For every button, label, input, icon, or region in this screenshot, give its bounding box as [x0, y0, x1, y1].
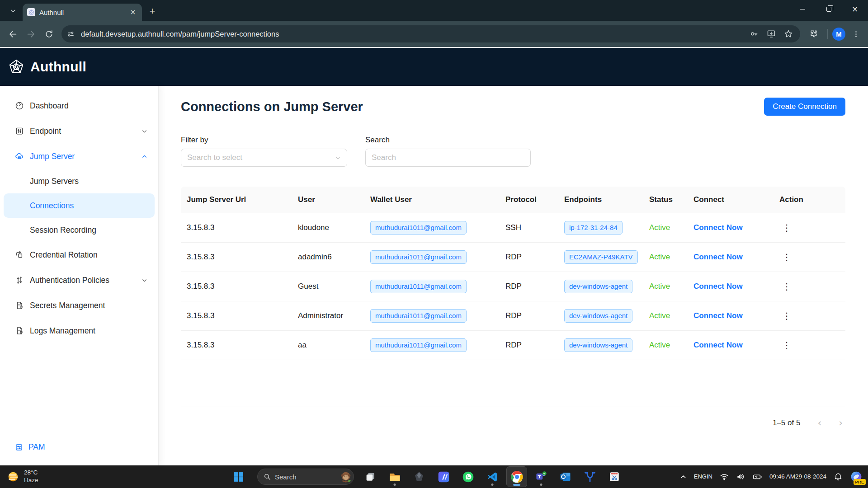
sidebar-footer-pam[interactable]: PAM — [15, 442, 45, 452]
language-switcher[interactable]: ENG IN — [694, 473, 712, 480]
browser-tab-authnull[interactable]: Authnull × — [23, 4, 142, 21]
whatsapp-button[interactable] — [458, 467, 478, 487]
row-actions-menu-icon[interactable]: ⋮ — [779, 222, 791, 233]
window-minimize-button[interactable] — [789, 0, 816, 18]
task-view-button[interactable] — [360, 467, 380, 487]
sidebar-item-label: Dashboard — [30, 101, 69, 111]
connect-now-link[interactable]: Connect Now — [693, 341, 743, 349]
jump-server-url: 3.15.8.3 — [181, 253, 292, 262]
user: Administrator — [292, 311, 364, 320]
sidebar-item-jump-server[interactable]: Jump Server — [0, 144, 158, 169]
row-actions-menu-icon[interactable]: ⋮ — [779, 340, 791, 351]
snipping-tool-button[interactable] — [604, 467, 624, 487]
copilot-button[interactable]: PRE — [850, 470, 863, 483]
teams-button[interactable] — [531, 467, 551, 487]
volume-button[interactable] — [736, 472, 745, 481]
connect-now-link[interactable]: Connect Now — [693, 311, 743, 320]
sidebar: Dashboard Endpoint Jump Server Jump Serv… — [0, 86, 158, 465]
outlook-icon — [560, 471, 571, 483]
main-content: Connections on Jump Server Create Connec… — [158, 86, 868, 465]
url-text[interactable]: default.devsetup.authnull.com/pam/jumpSe… — [81, 30, 744, 38]
sidebar-subitem-label: Jump Servers — [30, 177, 79, 186]
window-restore-button[interactable] — [816, 0, 842, 18]
star-icon — [784, 29, 793, 38]
search-input[interactable] — [365, 149, 531, 167]
endpoint-chip: ip-172-31-24-84 — [564, 221, 623, 235]
cloud-server-icon — [15, 152, 24, 161]
vscode-button[interactable] — [482, 467, 502, 487]
minimize-icon — [800, 9, 805, 9]
connect-now-link[interactable]: Connect Now — [693, 282, 743, 291]
browser-menu-button[interactable] — [848, 26, 863, 42]
filter-select[interactable]: Search to select — [181, 149, 347, 167]
chevron-up-icon — [142, 154, 147, 160]
sidebar-item-dashboard[interactable]: Dashboard — [0, 93, 158, 118]
sidebar-item-label: Secrets Management — [30, 301, 105, 310]
sidebar-subitem-jump-servers[interactable]: Jump Servers — [0, 169, 158, 193]
forward-button[interactable] — [23, 26, 39, 42]
table-header-row: Jump Server Url User Wallet User Protoco… — [181, 187, 845, 213]
outlook-button[interactable] — [556, 467, 576, 487]
sidebar-item-logs-management[interactable]: Logs Management — [0, 318, 158, 343]
battery-button[interactable] — [752, 472, 762, 482]
new-tab-button[interactable]: + — [146, 5, 159, 18]
row-actions-menu-icon[interactable]: ⋮ — [779, 252, 791, 263]
row-actions-menu-icon[interactable]: ⋮ — [779, 310, 791, 321]
passwords-button[interactable] — [747, 27, 761, 41]
install-app-button[interactable] — [764, 27, 778, 41]
sidebar-item-credential-rotation[interactable]: Credential Rotation — [0, 242, 158, 267]
window-close-button[interactable]: × — [842, 0, 868, 18]
key-icon — [750, 29, 759, 38]
reload-button[interactable] — [41, 26, 57, 42]
document-shield-icon — [15, 301, 24, 310]
tab-close-icon[interactable]: × — [128, 8, 137, 17]
taskbar-search-box[interactable]: Search — [257, 469, 354, 485]
sidebar-item-secrets-management[interactable]: Secrets Management — [0, 293, 158, 318]
coral-app-button[interactable] — [580, 467, 600, 487]
sidebar-subitem-session-recording[interactable]: Session Recording — [0, 218, 158, 242]
sidebar-item-authentication-policies[interactable]: Authentication Policies — [0, 267, 158, 293]
monitor-download-icon — [767, 29, 776, 38]
back-button[interactable] — [5, 26, 21, 42]
slash-app-icon — [438, 471, 450, 483]
clock[interactable]: 09:46 AM 29-08-2024 — [769, 473, 826, 481]
toolbar-divider — [827, 29, 828, 39]
create-connection-button[interactable]: Create Connection — [764, 98, 845, 116]
connect-now-link[interactable]: Connect Now — [693, 223, 743, 232]
authnull-favicon-icon — [27, 8, 35, 16]
notifications-button[interactable] — [834, 472, 843, 481]
wifi-button[interactable] — [720, 472, 729, 481]
rotate-square-icon — [15, 250, 24, 259]
row-actions-menu-icon[interactable]: ⋮ — [779, 281, 791, 292]
sidebar-item-endpoint[interactable]: Endpoint — [0, 118, 158, 144]
pagination-prev-icon[interactable]: ‹ — [817, 418, 821, 428]
language-line1: ENG — [694, 473, 707, 480]
weather-widget[interactable]: 28°C Haze — [0, 469, 38, 484]
site-settings-button[interactable] — [64, 27, 77, 41]
profile-avatar[interactable]: M — [832, 28, 845, 41]
start-button[interactable] — [228, 467, 248, 487]
kebab-menu-icon — [852, 30, 860, 38]
search-highlight-monkey-image — [339, 470, 353, 483]
tab-search-button[interactable] — [6, 4, 20, 18]
pagination-next-icon[interactable]: › — [839, 418, 843, 428]
chrome-button[interactable] — [507, 467, 527, 487]
pam-label: PAM — [28, 442, 45, 452]
connect-now-link[interactable]: Connect Now — [693, 253, 743, 261]
column-header: Endpoints — [558, 195, 643, 204]
file-explorer-button[interactable] — [385, 467, 405, 487]
bookmark-button[interactable] — [781, 27, 796, 41]
select-chevron-down-icon — [335, 155, 341, 161]
document-shield-icon — [15, 326, 24, 335]
battery-charging-icon — [752, 472, 762, 482]
copilot-pre-badge: PRE — [854, 479, 866, 485]
slash-app-button[interactable] — [434, 467, 453, 487]
file-explorer-icon — [389, 471, 401, 483]
swap-vertical-icon — [15, 276, 24, 285]
sidebar-subitem-connections[interactable]: Connections — [4, 193, 155, 218]
gem-app-button[interactable] — [409, 467, 429, 487]
extensions-button[interactable] — [806, 26, 822, 42]
windows-taskbar: 28°C Haze Search — [0, 465, 868, 488]
tray-expand-button[interactable] — [680, 474, 687, 480]
address-bar[interactable]: default.devsetup.authnull.com/pam/jumpSe… — [61, 25, 800, 42]
